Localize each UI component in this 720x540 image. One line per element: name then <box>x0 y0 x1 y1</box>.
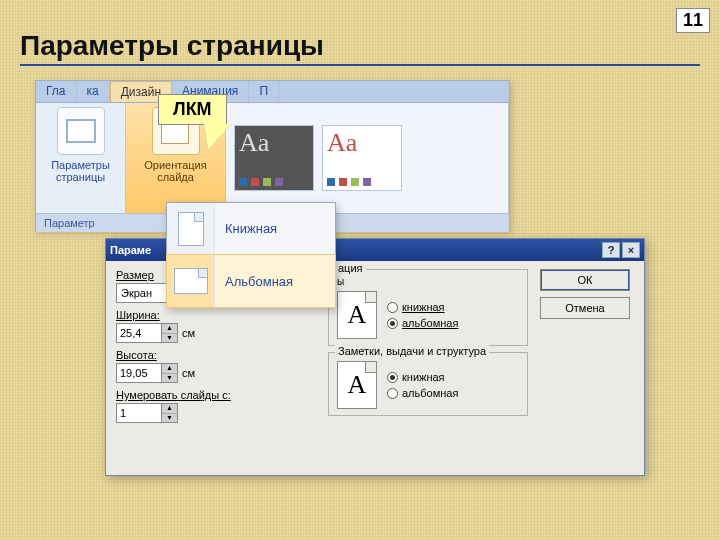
submenu-portrait[interactable]: Книжная <box>167 203 335 255</box>
radio-label: альбомная <box>402 317 458 329</box>
submenu-landscape[interactable]: Альбомная <box>167 255 335 307</box>
width-label: Ширина: <box>116 309 316 321</box>
slides-legend: ация <box>335 262 366 274</box>
number-label: Нумеровать слайды с: <box>116 389 316 401</box>
unit-label: см <box>182 367 195 379</box>
width-spinner[interactable]: ▲▼ <box>116 323 178 343</box>
landscape-icon <box>167 255 215 307</box>
page-title: Параметры страницы <box>20 30 700 66</box>
cancel-button[interactable]: Отмена <box>540 297 630 319</box>
callout-text: ЛКМ <box>158 94 227 125</box>
notes-preview-icon: A <box>337 361 377 409</box>
dialog-right-column: ОК Отмена <box>540 269 630 467</box>
callout: ЛКМ <box>158 94 227 125</box>
slides-preview-icon: A <box>337 291 377 339</box>
submenu-label: Книжная <box>215 221 277 236</box>
theme-text: Aa <box>327 130 397 156</box>
spin-up-icon[interactable]: ▲ <box>162 364 177 374</box>
tab-home[interactable]: Гла <box>36 81 77 102</box>
notes-portrait-radio[interactable]: книжная <box>387 371 458 383</box>
orientation-label: Ориентация слайда <box>144 159 206 183</box>
number-spinner[interactable]: ▲▼ <box>116 403 178 423</box>
height-label: Высота: <box>116 349 316 361</box>
help-button[interactable]: ? <box>602 242 620 258</box>
theme-tile-2[interactable]: Aa <box>322 125 402 191</box>
page-setup-icon <box>57 107 105 155</box>
theme-tile-1[interactable]: Aa <box>234 125 314 191</box>
tab-insert[interactable]: ка <box>77 81 110 102</box>
radio-label: альбомная <box>402 387 458 399</box>
notes-legend: Заметки, выдачи и структура <box>335 345 489 357</box>
close-button[interactable]: × <box>622 242 640 258</box>
spin-down-icon[interactable]: ▼ <box>162 414 177 423</box>
callout-tail <box>204 124 232 150</box>
height-spinner[interactable]: ▲▼ <box>116 363 178 383</box>
theme-text: Aa <box>239 130 309 156</box>
radio-label: книжная <box>402 371 445 383</box>
size-value: Экран <box>121 287 152 299</box>
number-input[interactable] <box>117 404 161 422</box>
ribbon-tabs: Гла ка Дизайн Анимация П <box>36 81 509 103</box>
spin-down-icon[interactable]: ▼ <box>162 374 177 383</box>
themes-group: Aa Aa <box>226 103 509 213</box>
dialog-mid-column: ация ы A книжная альбомная Заметки, выда… <box>328 269 528 467</box>
theme-swatches <box>327 178 397 186</box>
dialog-title-text: Параме <box>110 244 151 256</box>
slides-groupbox: ация ы A книжная альбомная <box>328 269 528 346</box>
width-input[interactable] <box>117 324 161 342</box>
page-setup-button[interactable]: Параметры страницы <box>36 103 126 213</box>
ribbon-body: Параметры страницы Ориентация слайда Aa … <box>36 103 509 213</box>
submenu-label: Альбомная <box>215 274 293 289</box>
tab-more[interactable]: П <box>249 81 279 102</box>
slides-landscape-radio[interactable]: альбомная <box>387 317 458 329</box>
notes-groupbox: Заметки, выдачи и структура A книжная ал… <box>328 352 528 416</box>
spin-down-icon[interactable]: ▼ <box>162 334 177 343</box>
page-setup-label: Параметры страницы <box>51 159 110 183</box>
slides-portrait-radio[interactable]: книжная <box>387 301 458 313</box>
theme-swatches <box>239 178 309 186</box>
orientation-submenu: Книжная Альбомная <box>166 202 336 308</box>
ok-button[interactable]: ОК <box>540 269 630 291</box>
slides-sub: ы <box>337 276 519 287</box>
unit-label: см <box>182 327 195 339</box>
height-input[interactable] <box>117 364 161 382</box>
notes-landscape-radio[interactable]: альбомная <box>387 387 458 399</box>
portrait-icon <box>167 203 215 254</box>
spin-up-icon[interactable]: ▲ <box>162 404 177 414</box>
radio-label: книжная <box>402 301 445 313</box>
spin-up-icon[interactable]: ▲ <box>162 324 177 334</box>
